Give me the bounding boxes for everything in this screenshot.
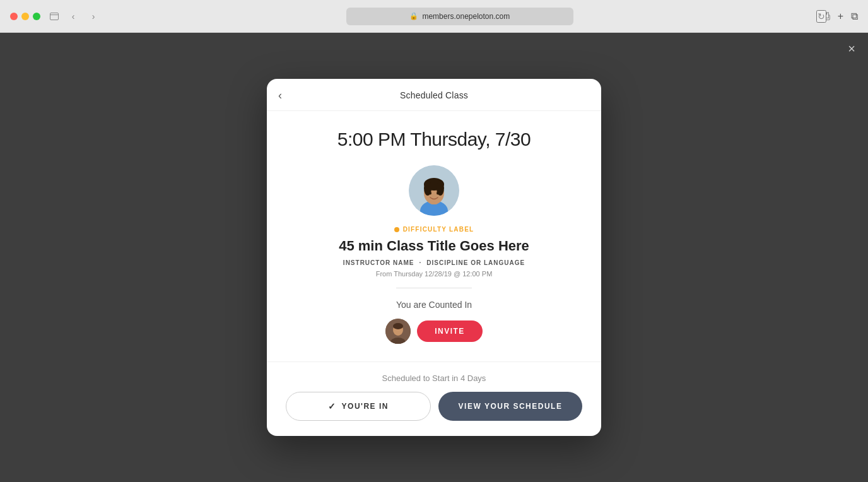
svg-point-9 [429,192,431,195]
modal-back-button[interactable]: ‹ [278,89,282,102]
scheduled-text: Scheduled to Start in 4 Days [382,373,486,383]
class-datetime: 5:00 PM Thursday, 7/30 [337,129,531,150]
svg-rect-0 [50,13,59,20]
browser-actions: ⎙ + ⧉ [824,11,858,22]
view-schedule-button[interactable]: VIEW YOUR SCHEDULE [438,392,582,421]
instructor-avatar [409,165,459,216]
modal: ‹ Scheduled Class 5:00 PM Thursday, 7/30 [267,79,601,436]
modal-footer: Scheduled to Start in 4 Days ✓ YOU'RE IN… [267,362,601,436]
youre-in-label: YOU'RE IN [342,402,389,411]
class-title: 45 min Class Title Goes Here [339,238,529,254]
difficulty-dot [394,227,399,232]
traffic-lights [10,13,40,20]
divider [396,288,472,288]
lock-icon: 🔒 [409,12,418,20]
class-from: From Thursday 12/28/19 @ 12:00 PM [376,270,493,278]
class-meta: INSTRUCTOR NAME · DISCIPLINE OR LANGUAGE [343,259,525,266]
discipline-label: DISCIPLINE OR LANGUAGE [426,259,525,266]
minimize-traffic-light[interactable] [21,13,29,20]
forward-button[interactable]: › [86,9,101,24]
difficulty-label: DIFFICULTY LABEL [394,226,474,233]
close-traffic-light[interactable] [10,13,18,20]
overlay-close-button[interactable]: × [848,42,855,56]
browser-chrome: ‹ › 🔒 members.onepeloton.com ↻ ⎙ + ⧉ [0,0,868,33]
fullscreen-traffic-light[interactable] [33,13,40,20]
browser-nav: ‹ › [66,9,101,24]
youre-in-button[interactable]: ✓ YOU'RE IN [286,392,431,421]
tabs-button[interactable]: ⧉ [851,11,858,22]
reload-button[interactable]: ↻ [816,10,826,23]
address-bar[interactable]: 🔒 members.onepeloton.com [346,8,573,25]
counted-in-text: You are Counted In [396,300,472,310]
meta-separator: · [419,259,421,266]
difficulty-text: DIFFICULTY LABEL [403,226,474,233]
svg-point-10 [437,192,439,195]
window-icon [48,10,61,23]
address-bar-container: 🔒 members.onepeloton.com ↻ [106,8,814,25]
url-text: members.onepeloton.com [422,12,510,21]
modal-title: Scheduled Class [400,90,468,100]
back-button[interactable]: ‹ [66,9,81,24]
svg-point-14 [393,323,403,329]
footer-buttons: ✓ YOU'RE IN VIEW YOUR SCHEDULE [286,392,582,421]
modal-body: 5:00 PM Thursday, 7/30 [267,111,601,362]
new-tab-button[interactable]: + [838,11,843,22]
check-icon: ✓ [328,401,337,411]
instructor-name: INSTRUCTOR NAME [343,259,414,266]
invite-button[interactable]: INVITE [417,320,483,342]
overlay: × ‹ Scheduled Class 5:00 PM Thursday, 7/… [0,33,868,482]
modal-header: ‹ Scheduled Class [267,79,601,111]
user-avatar-small [385,319,411,344]
invite-row: INVITE [385,319,483,344]
